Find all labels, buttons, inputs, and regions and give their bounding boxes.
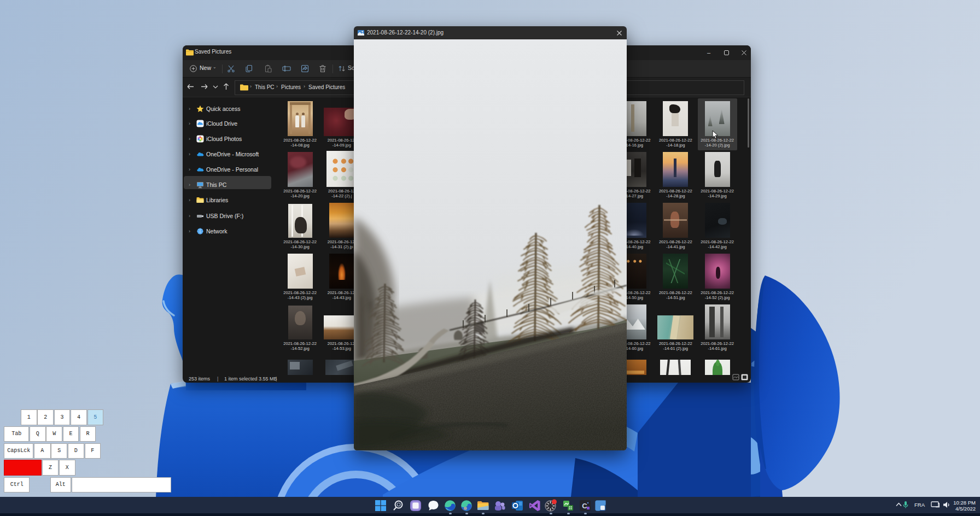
svg-text:C: C — [582, 502, 587, 510]
